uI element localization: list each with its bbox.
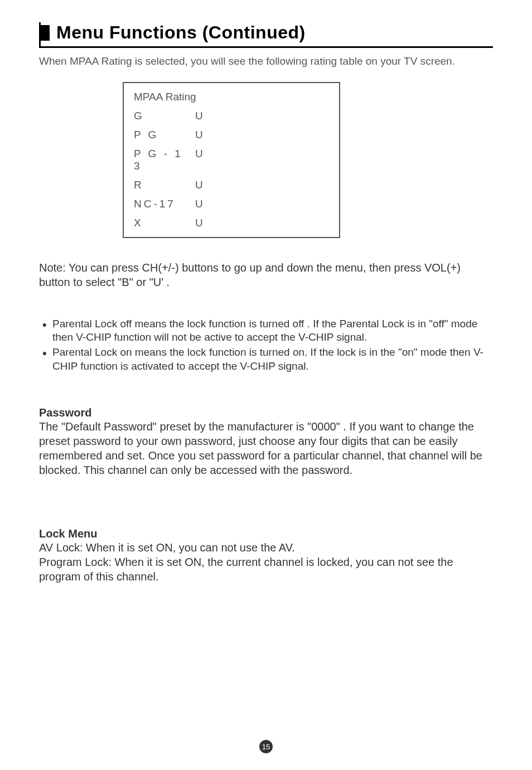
rating-label: R xyxy=(134,179,195,191)
rating-value: U xyxy=(195,198,212,210)
rating-label: X xyxy=(134,217,195,229)
rating-label: G xyxy=(134,110,195,122)
rating-row: NC-17 U xyxy=(134,198,329,210)
rating-value: U xyxy=(195,179,212,191)
password-heading: Password xyxy=(39,406,493,419)
rating-label: P G - 1 3 xyxy=(134,148,195,172)
rating-value: U xyxy=(195,148,212,172)
page-header: Menu Functions (Continued) xyxy=(39,22,493,48)
header-rule xyxy=(41,46,493,48)
page-title: Menu Functions (Continued) xyxy=(56,22,306,43)
list-item: Parental Lock on means the lock function… xyxy=(42,346,493,373)
rating-value: U xyxy=(195,110,212,122)
rating-label: NC-17 xyxy=(134,198,195,210)
rating-row: P G - 1 3 U xyxy=(134,148,329,172)
title-accent-box xyxy=(41,25,50,41)
list-item: Parental Lock off means the lock functio… xyxy=(42,317,493,345)
mpaa-rating-box: MPAA Rating G U P G U P G - 1 3 U R U NC… xyxy=(123,82,340,238)
page-number: 15 xyxy=(259,740,273,753)
rating-row: P G U xyxy=(134,129,329,141)
rating-value: U xyxy=(195,129,212,141)
note-paragraph: Note: You can press CH(+/-) buttons to g… xyxy=(39,260,493,289)
rating-row: R U xyxy=(134,179,329,191)
rating-box-heading: MPAA Rating xyxy=(134,91,329,103)
rating-value: U xyxy=(195,217,212,229)
password-body: The "Default Password" preset by the man… xyxy=(39,419,493,477)
title-row: Menu Functions (Continued) xyxy=(41,22,493,43)
lock-menu-body: AV Lock: When it is set ON, you can not … xyxy=(39,540,493,584)
lock-menu-heading: Lock Menu xyxy=(39,527,493,540)
rating-row: G U xyxy=(134,110,329,122)
rating-row: X U xyxy=(134,217,329,229)
intro-paragraph: When MPAA Rating is selected, you will s… xyxy=(39,55,493,69)
bullet-list: Parental Lock off means the lock functio… xyxy=(39,317,493,374)
rating-label: P G xyxy=(134,129,195,141)
